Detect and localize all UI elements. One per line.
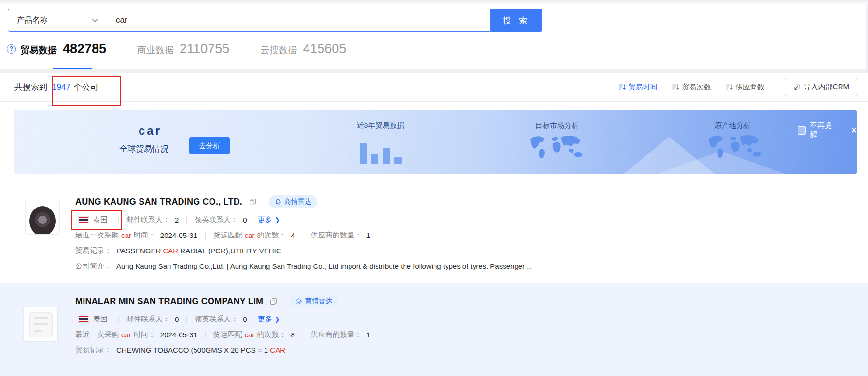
chevron-right-icon: ❯ <box>275 216 280 223</box>
dismiss-label: 不再提醒 <box>810 121 839 139</box>
recent-purchase-label-2: 时间： <box>134 231 155 240</box>
trade-record-label: 贸易记录： <box>75 246 112 255</box>
section-gap <box>0 69 868 73</box>
email-contacts-label: 邮件联系人： <box>126 215 170 224</box>
dismiss-control: 不再提醒 ✕ <box>798 121 857 139</box>
sort-label: 贸易时间 <box>629 83 658 92</box>
tab-cloud-data[interactable]: 云搜数据 415605 <box>260 42 346 56</box>
results-bar: 共搜索到 1947 个公司 贸易时间 贸易次数 供应商数 <box>0 73 868 101</box>
keyword-highlight: car <box>245 231 255 239</box>
trade-record-text: PASSENGER CAR RADIAL (PCR),UTILITY VEHIC <box>116 247 281 255</box>
divider <box>186 316 187 323</box>
import-crm-button[interactable]: 导入内部CRM <box>785 78 857 96</box>
thailand-flag-icon <box>78 216 89 223</box>
sort-icon <box>726 84 733 91</box>
divider <box>0 101 868 102</box>
divider <box>205 331 206 338</box>
more-link[interactable]: 更多 ❯ <box>258 315 280 324</box>
company-card: AUNG KAUNG SAN TRADING CO., LTD. 商情雷达 泰国… <box>0 174 868 283</box>
search-input[interactable] <box>105 15 490 25</box>
sort-icon <box>672 84 679 91</box>
trade-bar <box>360 143 367 164</box>
chevron-down-icon <box>92 18 98 23</box>
world-map-icon <box>525 134 589 164</box>
trade-stats-row: 最近一次采购 car 时间： 2024-05-31 货运匹配 car 的次数： … <box>75 231 854 240</box>
supplier-count-label: 供应商的数量： <box>311 330 362 339</box>
close-icon[interactable]: ✕ <box>851 125 857 136</box>
company-intro-label: 公司简介： <box>75 262 112 271</box>
divider <box>118 216 119 223</box>
recent-purchase-label: 最近一次采购 <box>75 330 119 339</box>
banner-keyword: car <box>123 124 178 138</box>
top-strip <box>0 0 868 4</box>
sort-trade-count[interactable]: 贸易次数 <box>672 83 711 92</box>
keyword-highlight: car <box>245 331 255 339</box>
dismiss-checkbox[interactable] <box>798 126 806 135</box>
country-group: 泰国 <box>75 315 111 324</box>
question-icon[interactable]: ? <box>7 44 16 54</box>
results-prefix: 共搜索到 <box>14 82 47 93</box>
trade-record-text: CHEWING TOBACCO (500GMS X 20 PCS = 1 CAR <box>116 346 285 354</box>
tab-count: 482785 <box>63 42 106 56</box>
sort-supplier-count[interactable]: 供应商数 <box>726 83 765 92</box>
target-market-label: 目标市场分析 <box>535 121 579 130</box>
results-panel: 共搜索到 1947 个公司 贸易时间 贸易次数 供应商数 <box>0 73 868 376</box>
freight-match-count: 4 <box>291 231 294 239</box>
copy-icon[interactable] <box>270 298 277 305</box>
country-label: 泰国 <box>93 215 108 224</box>
company-name[interactable]: AUNG KAUNG SAN TRADING CO., LTD. <box>75 197 242 207</box>
company-intro-text: Aung Kaung San Trading Co.,Ltd. | Aung K… <box>116 262 533 270</box>
tab-count: 2110755 <box>180 42 229 56</box>
tab-business-data[interactable]: 商业数据 2110755 <box>137 42 229 56</box>
more-link[interactable]: 更多 ❯ <box>258 215 280 224</box>
company-card: MINALAR MIN SAN TRADING COMPANY LIM 商情雷达… <box>0 283 868 376</box>
business-radar-badge[interactable]: 商情雷达 <box>269 195 317 208</box>
business-radar-badge[interactable]: 商情雷达 <box>290 295 338 307</box>
import-crm-label: 导入内部CRM <box>804 83 849 92</box>
results-controls: 贸易时间 贸易次数 供应商数 导入内部CRM <box>618 78 857 96</box>
world-map-icon <box>703 133 768 163</box>
radar-bell-icon <box>274 197 282 206</box>
search-category-select[interactable]: 产品名称 <box>8 15 105 26</box>
freight-match-count: 8 <box>291 331 294 339</box>
email-contacts-value: 0 <box>175 315 179 323</box>
badge-label: 商情雷达 <box>305 297 332 306</box>
more-label: 更多 <box>258 315 272 324</box>
copy-icon[interactable] <box>249 198 256 206</box>
tab-label: 商业数据 <box>137 44 174 56</box>
analyze-button[interactable]: 去分析 <box>189 137 230 154</box>
data-tabs: ? 贸易数据 482785 商业数据 2110755 云搜数据 415605 <box>7 42 346 56</box>
recent-purchase-label: 最近一次采购 <box>75 231 119 240</box>
recent-purchase-label-2: 时间： <box>134 330 155 339</box>
divider <box>118 316 119 323</box>
freight-match-label-2: 的次数： <box>257 231 286 240</box>
linkedin-contacts-value: 0 <box>243 315 247 323</box>
supplier-count-value: 1 <box>366 231 370 239</box>
trade-bar <box>383 148 390 164</box>
contact-row: 泰国 邮件联系人： 0 领英联系人： 0 更多 ❯ <box>75 315 854 324</box>
tab-trade-data[interactable]: ? 贸易数据 482785 <box>7 42 106 56</box>
sort-label: 贸易次数 <box>682 83 711 92</box>
company-name[interactable]: MINALAR MIN SAN TRADING COMPANY LIM <box>75 296 263 306</box>
analysis-banner: car 全球贸易情况 去分析 近3年贸易数据 目标市场分析 原产地分析 <box>14 110 857 174</box>
banner-subtitle: 全球贸易情况 <box>110 143 178 154</box>
freight-match-label: 货运匹配 <box>213 231 242 240</box>
sort-icon <box>618 84 626 91</box>
search-bar: 产品名称 <box>8 9 491 32</box>
product-thumbnail <box>23 307 58 342</box>
results-summary: 共搜索到 1947 个公司 <box>14 82 98 93</box>
linkedin-contacts-label: 领英联系人： <box>195 315 238 324</box>
tab-label: 贸易数据 <box>20 44 57 56</box>
country-group: 泰国 <box>75 215 111 224</box>
banner-keyword-block: car 全球贸易情况 <box>110 124 178 154</box>
search-button[interactable]: 搜 索 <box>491 9 542 32</box>
results-count: 1947 <box>52 83 70 92</box>
trade-data-label: 近3年贸易数据 <box>357 121 404 130</box>
company-title-row: MINALAR MIN SAN TRADING COMPANY LIM 商情雷达 <box>75 295 854 307</box>
supplier-count-value: 1 <box>366 331 370 339</box>
search-category-value: 产品名称 <box>17 15 48 26</box>
recent-purchase-date: 2024-05-31 <box>160 331 197 339</box>
sort-trade-time[interactable]: 贸易时间 <box>618 83 658 92</box>
keyword-highlight: car <box>121 231 131 239</box>
freight-match-label: 货运匹配 <box>213 330 242 339</box>
